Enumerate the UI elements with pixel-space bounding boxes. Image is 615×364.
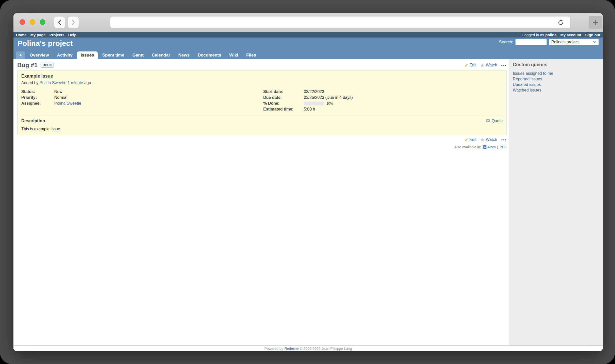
address-bar[interactable] bbox=[110, 16, 571, 28]
pencil-icon bbox=[464, 138, 468, 142]
issue-author-line: Added by Polina Sweetie 1 minute ago. bbox=[21, 81, 503, 85]
watch-link-bottom[interactable]: Watch bbox=[480, 137, 497, 142]
tab-issues[interactable]: Issues bbox=[77, 51, 98, 59]
project-jump-select[interactable]: Polina's project bbox=[549, 39, 599, 45]
search-input[interactable] bbox=[515, 39, 547, 45]
project-title: Polina's project bbox=[17, 39, 73, 48]
plus-icon bbox=[592, 19, 599, 26]
more-actions-button-bottom[interactable]: ••• bbox=[501, 138, 507, 142]
progress-percent-text: 20% bbox=[326, 102, 333, 105]
edit-link-top[interactable]: Edit bbox=[464, 63, 477, 67]
attr-percent-done: % Done: 20% bbox=[263, 101, 503, 106]
attr-due-date: Due date: 03/26/2023 (Due in 4 days) bbox=[263, 95, 503, 100]
issue-main: Bug #1 OPEN Edit Watch ••• Example i bbox=[13, 59, 509, 345]
description-text: This is example issue bbox=[21, 127, 503, 131]
pencil-icon bbox=[464, 63, 468, 67]
star-icon bbox=[480, 138, 484, 142]
chevron-left-icon bbox=[58, 19, 62, 25]
sidebar: Custom queries Issues assigned to me Rep… bbox=[509, 59, 603, 345]
redmine-link[interactable]: Redmine bbox=[284, 347, 298, 351]
more-actions-button[interactable]: ••• bbox=[501, 63, 507, 67]
progress-bar bbox=[304, 102, 324, 105]
pdf-link[interactable]: PDF bbox=[500, 145, 507, 149]
minimize-window-button[interactable] bbox=[30, 19, 35, 25]
issue-attributes: Status: New Priority: Normal Assignee: P… bbox=[21, 89, 503, 112]
browser-window: Home My page Projects Help Logged in as … bbox=[13, 13, 603, 351]
author-link[interactable]: Polina Sweetie bbox=[40, 81, 66, 85]
issue-title: Bug #1 bbox=[17, 62, 38, 69]
sidebar-link-watched-issues[interactable]: Watched issues bbox=[513, 87, 600, 93]
top-menu: Home My page Projects Help Logged in as … bbox=[13, 32, 603, 38]
tab-calendar[interactable]: Calendar bbox=[148, 51, 174, 59]
chevron-right-icon bbox=[71, 19, 75, 25]
footer-prefix: Powered by bbox=[265, 347, 283, 351]
quote-link[interactable]: Quote bbox=[486, 119, 503, 123]
issue-actions-top: Edit Watch ••• bbox=[464, 63, 507, 67]
attr-start-date: Start date: 03/22/2023 bbox=[263, 89, 503, 94]
attr-priority: Priority: Normal bbox=[21, 95, 261, 100]
project-tabs: + Overview Activity Issues Spent time Ga… bbox=[16, 51, 260, 59]
back-button[interactable] bbox=[54, 16, 65, 28]
project-header: Polina's project Search: Polina's projec… bbox=[13, 38, 603, 59]
tab-overview[interactable]: Overview bbox=[26, 51, 52, 59]
project-jump-value: Polina's project bbox=[551, 40, 579, 44]
tab-spent-time[interactable]: Spent time bbox=[99, 51, 128, 59]
attr-estimated-time: Estimated time: 5:00 h bbox=[263, 107, 503, 112]
tab-gantt[interactable]: Gantt bbox=[129, 51, 147, 59]
tab-documents[interactable]: Documents bbox=[194, 51, 225, 59]
atom-link[interactable]: Atom bbox=[483, 145, 496, 149]
star-icon bbox=[480, 63, 484, 67]
logged-in-label: Logged in as bbox=[522, 33, 544, 37]
attr-status: Status: New bbox=[21, 89, 261, 94]
content-area: Bug #1 OPEN Edit Watch ••• Example i bbox=[13, 59, 603, 345]
assignee-link[interactable]: Polina Sweetie bbox=[54, 101, 81, 106]
edit-link-bottom[interactable]: Edit bbox=[464, 137, 477, 142]
page-footer: Powered by Redmine © 2006-2022 Jean-Phil… bbox=[13, 345, 603, 351]
zoom-window-button[interactable] bbox=[40, 19, 45, 25]
issue-details-box: Example issue Added by Polina Sweetie 1 … bbox=[17, 70, 507, 135]
tab-news[interactable]: News bbox=[175, 51, 193, 59]
attr-assignee: Assignee: Polina Sweetie bbox=[21, 101, 261, 106]
custom-queries-heading: Custom queries bbox=[513, 62, 600, 67]
new-tab-button[interactable] bbox=[589, 16, 602, 29]
added-time-link[interactable]: 1 minute bbox=[67, 81, 83, 85]
top-menu-projects[interactable]: Projects bbox=[49, 33, 64, 37]
reload-icon bbox=[557, 19, 564, 26]
issue-subject: Example issue bbox=[21, 74, 503, 79]
forward-button[interactable] bbox=[68, 16, 79, 28]
also-available-label: Also available in: bbox=[454, 145, 481, 149]
my-account-link[interactable]: My account bbox=[560, 33, 581, 37]
sign-out-link[interactable]: Sign out bbox=[585, 33, 600, 37]
tab-add[interactable]: + bbox=[16, 51, 25, 59]
sidebar-link-reported-issues[interactable]: Reported issues bbox=[513, 76, 600, 82]
search-label: Search: bbox=[499, 40, 513, 44]
atom-feed-icon bbox=[483, 145, 486, 149]
tab-wiki[interactable]: Wiki bbox=[226, 51, 242, 59]
issue-actions-bottom: Edit Watch ••• bbox=[17, 137, 507, 142]
logged-in-user-link[interactable]: polina bbox=[545, 33, 556, 37]
top-menu-my-page[interactable]: My page bbox=[30, 33, 46, 37]
description-heading: Description bbox=[21, 118, 45, 123]
top-menu-help[interactable]: Help bbox=[68, 33, 77, 37]
sidebar-link-issues-assigned-to-me[interactable]: Issues assigned to me bbox=[513, 71, 600, 76]
sidebar-link-updated-issues[interactable]: Updated issues bbox=[513, 82, 600, 87]
close-window-button[interactable] bbox=[20, 19, 25, 25]
format-separator: | bbox=[497, 145, 498, 149]
also-available-row: Also available in: Atom | PDF bbox=[17, 145, 507, 149]
footer-copyright: © 2006-2022 Jean-Philippe Lang bbox=[300, 347, 352, 351]
reload-button[interactable] bbox=[557, 19, 564, 27]
status-badge: OPEN bbox=[41, 63, 54, 68]
description-section: Description Quote This is example issue bbox=[21, 116, 503, 131]
speech-bubble-icon bbox=[486, 119, 490, 123]
top-menu-home[interactable]: Home bbox=[16, 33, 27, 37]
tab-activity[interactable]: Activity bbox=[54, 51, 76, 59]
browser-toolbar bbox=[13, 13, 603, 32]
tab-files[interactable]: Files bbox=[243, 51, 260, 59]
chevron-down-icon bbox=[593, 41, 596, 43]
watch-link-top[interactable]: Watch bbox=[480, 63, 497, 67]
